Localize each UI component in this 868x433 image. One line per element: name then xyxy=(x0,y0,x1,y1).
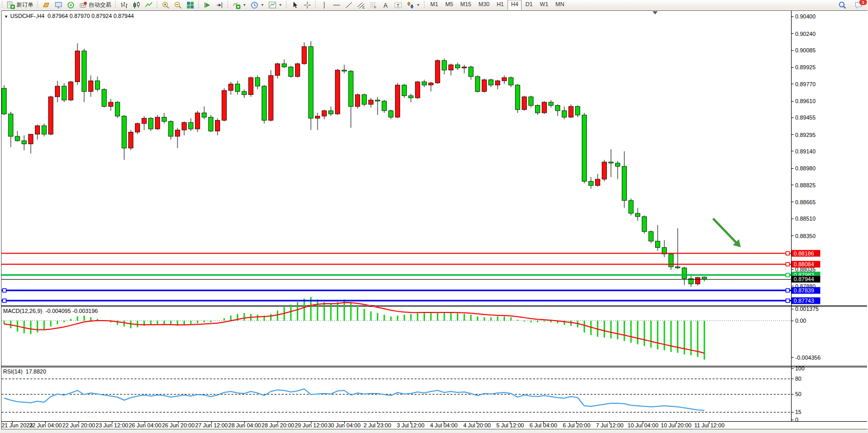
candle-body xyxy=(522,97,527,110)
dropdown-caret-icon[interactable]: ▼ xyxy=(243,3,246,7)
candle-body xyxy=(349,71,353,107)
timeframe-h1-button[interactable]: H1 xyxy=(493,0,507,10)
indicators-button[interactable]: ▼ xyxy=(230,0,248,10)
candle-body xyxy=(9,114,13,136)
line-handle[interactable] xyxy=(786,299,790,303)
zoom-in-button[interactable] xyxy=(160,0,172,10)
chart-background xyxy=(0,10,868,433)
line-chart-button[interactable] xyxy=(143,0,155,10)
text-button[interactable]: A xyxy=(380,0,392,10)
cursor-button[interactable] xyxy=(289,0,301,10)
dropdown-caret-icon[interactable]: ▼ xyxy=(417,3,420,7)
new-order-button[interactable]: 新订单 xyxy=(5,0,35,10)
template-icon xyxy=(268,1,277,9)
price-badge-label: 0.88186 xyxy=(794,250,814,257)
candle-body xyxy=(249,77,253,94)
market-watch-button[interactable] xyxy=(40,0,52,10)
timeframe-d1-button[interactable]: D1 xyxy=(522,0,536,10)
line-handle[interactable] xyxy=(3,289,6,292)
candle-body xyxy=(549,102,554,105)
candle-body xyxy=(315,116,320,118)
fibonacci-button[interactable]: F xyxy=(367,0,380,10)
candle-body xyxy=(602,162,607,179)
timeframe-mn-button[interactable]: MN xyxy=(552,0,568,10)
candle-body xyxy=(336,70,340,114)
toolbar-grip xyxy=(423,1,426,9)
price-badge-label: 0.88084 xyxy=(794,261,814,267)
candle-body xyxy=(402,85,407,96)
dropdown-caret-icon[interactable]: ▼ xyxy=(279,3,282,7)
line-handle[interactable] xyxy=(786,263,790,266)
time-axis-label: 4 Jul 20:00 xyxy=(463,422,491,428)
time-axis-label: 5 Jul 12:00 xyxy=(497,422,524,428)
candle-body xyxy=(422,82,427,85)
toolbar: 新订单自动交易▼▼▼EFAT▼M1M5M15M30H1H4D1W1MN1 xyxy=(0,0,868,10)
text-icon: A xyxy=(382,1,390,9)
toolbar-grip xyxy=(114,1,117,9)
timeframe-m30-button[interactable]: M30 xyxy=(475,0,493,10)
timeframe-m5-button[interactable]: M5 xyxy=(442,0,457,10)
horizontal-line-button[interactable] xyxy=(330,0,343,10)
candle-body xyxy=(429,83,433,85)
candle-body xyxy=(109,102,113,106)
rsi-axis-label: 15 xyxy=(795,409,801,415)
chart-shift-button[interactable] xyxy=(213,0,226,10)
trendline-button[interactable] xyxy=(343,0,355,10)
rsi-axis-label: 50 xyxy=(795,391,801,397)
line-handle[interactable] xyxy=(786,273,790,277)
rsi-axis-label: 80 xyxy=(795,376,801,382)
macd-axis-label: -0.004356 xyxy=(795,355,821,361)
timeframe-m1-button[interactable]: M1 xyxy=(427,0,442,10)
candle-body xyxy=(22,141,27,144)
search-icon xyxy=(838,1,846,9)
bar-chart-button[interactable] xyxy=(118,0,130,10)
candle-body xyxy=(2,88,7,114)
templates-button[interactable]: ▼ xyxy=(266,0,284,10)
candle-body xyxy=(175,130,180,136)
time-axis-label: 28 Jun 04:00 xyxy=(228,422,261,428)
macd-name: MACD(12,26,9) xyxy=(3,308,42,314)
candle-body xyxy=(562,111,567,117)
timeframe-h4-button[interactable]: H4 xyxy=(507,0,522,10)
line-handle[interactable] xyxy=(786,289,790,292)
equidistant-channel-button[interactable]: E xyxy=(355,0,367,10)
candle-body xyxy=(676,267,680,268)
candle-body xyxy=(62,86,67,100)
autotrading-button[interactable]: 自动交易 xyxy=(77,0,113,10)
text-label-button[interactable]: T xyxy=(392,0,404,10)
candlestick-chart-button[interactable] xyxy=(130,0,143,10)
time-axis-label: 27 Jun 12:00 xyxy=(195,422,228,428)
vertical-line-button[interactable] xyxy=(318,0,330,10)
chart-menu-icon[interactable]: ▼ xyxy=(4,14,8,19)
macd-axis-label: 0.00 xyxy=(795,318,806,324)
data-window-button[interactable] xyxy=(52,0,65,10)
candle-body xyxy=(49,97,53,134)
dropdown-caret-icon[interactable]: ▼ xyxy=(261,3,264,7)
symbol-label[interactable]: ▼USDCHF-,H4 0.87964 0.87970 0.87924 0.87… xyxy=(4,13,134,19)
candle-body xyxy=(482,80,487,91)
notifications-button[interactable]: 1 xyxy=(853,0,865,10)
line-handle[interactable] xyxy=(3,299,6,303)
candle-body xyxy=(509,77,514,85)
search-button[interactable] xyxy=(836,0,849,10)
periods-button[interactable]: ▼ xyxy=(248,0,266,10)
signals-button[interactable] xyxy=(65,0,77,10)
timeframe-m15-button[interactable]: M15 xyxy=(457,0,475,10)
candle-body xyxy=(262,86,267,121)
price-badge-label: 0.87743 xyxy=(794,298,814,304)
candle-body xyxy=(476,76,480,91)
line-handle[interactable] xyxy=(786,251,790,255)
time-axis-label: 6 Jul 20:00 xyxy=(563,422,590,428)
auto-scroll-button[interactable] xyxy=(201,0,213,10)
candle-body xyxy=(376,100,380,101)
crosshair-button[interactable] xyxy=(301,0,313,10)
tile-windows-button[interactable] xyxy=(184,0,196,10)
time-axis-label: 26 Jun 04:00 xyxy=(129,422,162,428)
candle-body xyxy=(302,47,307,64)
arrows-button[interactable]: ▼ xyxy=(404,0,422,10)
svg-text:E: E xyxy=(362,5,365,9)
candle-body xyxy=(95,81,100,89)
window-bottom-strip xyxy=(0,430,868,433)
timeframe-w1-button[interactable]: W1 xyxy=(536,0,552,10)
zoom-out-button[interactable] xyxy=(172,0,184,10)
